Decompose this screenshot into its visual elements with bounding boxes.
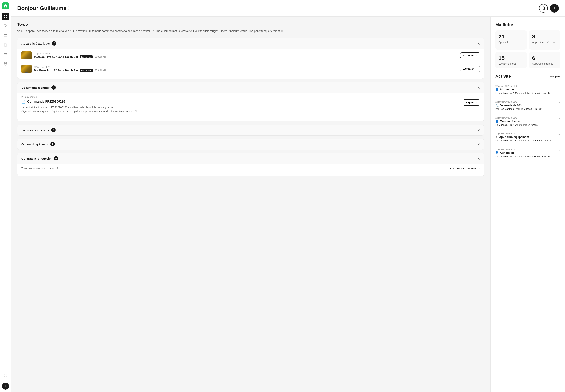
main-content: Bonjour Guillaume ! + To-do Voici un ape… — [11, 0, 565, 392]
device-name: MacBook Pro 13" Sans Touch Bar — [34, 55, 78, 58]
app-logo[interactable] — [2, 2, 9, 9]
activity-link-macbook-0[interactable]: Macbook Pro 13" — [499, 92, 517, 95]
device-date: 22 janvier 2022 — [34, 52, 458, 55]
fleet-stats-grid: 21 Appareil → 3 Appareils en réserve → 1… — [495, 30, 560, 68]
fleet-stat-externes[interactable]: 6 Appareils externes → — [529, 52, 561, 68]
activity-item-4[interactable]: 22 janvier 2022 à 11h27 👤 Attribution Le… — [495, 145, 560, 161]
doc-desc-line2: Signez-le vite afin que nos équipes puis… — [21, 110, 138, 113]
contracts-section-label: Contrats à renouveler — [21, 157, 52, 160]
activity-link-macbook-1[interactable]: Macbook Pro 13" — [523, 108, 542, 111]
fleet-stat-locations[interactable]: 15 Locations Fleet → — [495, 52, 527, 68]
activity-type-4: Attribution — [500, 151, 514, 154]
activity-date-2: 22 janvier 2022 à 11h27 — [495, 116, 556, 119]
devices-card: Appareils à attribuer 2 ∧ 22 janvier 202… — [17, 38, 484, 79]
device-thumbnail — [21, 65, 32, 73]
documents-card-body: 22 janvier 2022 📄 Commande FR220100126 L… — [17, 93, 484, 121]
device-status-badge: En service — [80, 55, 93, 58]
activity-header: Activité Voir plus — [495, 74, 560, 79]
activity-type-row-1: 🔧 Demande de SAV — [495, 104, 556, 107]
devices-card-header[interactable]: Appareils à attribuer 2 ∧ — [17, 38, 484, 49]
activity-arrow-1: → — [558, 101, 560, 104]
svg-rect-1 — [6, 15, 7, 16]
activity-link-flotte-3[interactable]: ajouter à votre flotte — [531, 139, 551, 142]
fleet-stat-appareil-number: 21 — [498, 34, 523, 40]
see-more-activity-button[interactable]: Voir plus — [550, 75, 560, 78]
activity-type-2: Mise en réserve — [500, 120, 521, 123]
doc-name: Commande FR220100126 — [27, 100, 65, 103]
documents-count-badge: 1 — [51, 85, 56, 90]
doc-date: 22 janvier 2022 — [21, 96, 480, 98]
deliveries-card: Livraisons en cours 7 ∨ — [17, 125, 484, 136]
device-info: 22 janvier 2022 MacBook Pro 13" Sans Tou… — [34, 52, 458, 58]
onboarding-card-header[interactable]: Onboarding à venir 1 ∨ — [17, 139, 484, 150]
contracts-chevron-icon: ∧ — [478, 156, 480, 160]
activity-item-0[interactable]: 22 janvier 2022 à 11h27 👤 Attribution Le… — [495, 82, 560, 98]
deliveries-section-label: Livraisons en cours — [21, 128, 49, 132]
documents-section-label: Documents à signer — [21, 86, 49, 89]
search-button[interactable] — [539, 4, 548, 13]
activity-content-3: 22 janvier 2022 à 11h27 🖥 Ajout d'un équ… — [495, 132, 556, 142]
deliveries-card-header[interactable]: Livraisons en cours 7 ∨ — [17, 125, 484, 135]
activity-desc-4: Le Macbook Pro 13" a été attribué à Emer… — [495, 155, 556, 158]
activity-link-macbook-3[interactable]: Le Macbook Pro 15" — [495, 139, 517, 142]
documents-card-header-left: Documents à signer 1 — [21, 85, 56, 90]
svg-point-6 — [4, 53, 6, 54]
sidebar-add-button[interactable]: + — [2, 383, 9, 390]
page-greeting: Bonjour Guillaume ! — [17, 5, 70, 11]
activity-item-3[interactable]: 22 janvier 2022 à 11h27 🖥 Ajout d'un équ… — [495, 129, 560, 145]
sidebar-item-settings[interactable] — [1, 372, 9, 379]
fleet-stat-reserve-label: Appareils en réserve → — [532, 41, 557, 46]
fleet-stat-externes-number: 6 — [532, 55, 557, 61]
todo-description: Voici un aperçu des tâches à faire et à … — [17, 29, 484, 33]
activity-link-user-4[interactable]: Emeric Fancelli — [534, 155, 550, 158]
contracts-card-header[interactable]: Contrats à renouveler 0 ∧ — [17, 153, 484, 164]
header-add-button[interactable]: + — [550, 4, 559, 13]
fleet-stat-locations-label: Locations Fleet → — [498, 62, 523, 65]
activity-link-reserve-2[interactable]: réserve — [531, 124, 538, 126]
device-name-row: MacBook Pro 13" Sans Touch Bar En servic… — [34, 55, 458, 58]
activity-link-user-0[interactable]: Emeric Fancelli — [534, 92, 550, 95]
see-all-contracts-button[interactable]: Voir tous mes contrats → — [449, 167, 480, 170]
device-thumbnail — [21, 51, 32, 59]
sidebar-item-devices[interactable] — [1, 22, 9, 30]
device-name-row: MacBook Pro 13" Sans Touch Bar En servic… — [34, 69, 458, 72]
activity-desc-3: Le Macbook Pro 15" a été mis en ajouter … — [495, 139, 556, 142]
activity-type-1: Demande de SAV — [500, 104, 522, 107]
document-icon: 📄 — [21, 99, 26, 104]
fleet-stat-externes-label: Appareils externes → — [532, 62, 557, 65]
fleet-stat-appareil[interactable]: 21 Appareil → — [495, 30, 527, 50]
fleet-stat-reserve-number: 3 — [532, 34, 557, 40]
activity-content-1: 22 janvier 2022 à 11h27 🔧 Demande de SAV… — [495, 101, 556, 111]
activity-item-2[interactable]: 22 janvier 2022 à 11h27 👤 Mise en réserv… — [495, 114, 560, 130]
activity-type-3: Ajout d'un équipement — [499, 135, 529, 139]
sidebar-item-globe[interactable] — [1, 60, 9, 68]
svg-point-10 — [542, 7, 545, 9]
activity-desc-2: Le Macbook Pro 15" a été mis en réserve — [495, 123, 556, 127]
device-serial: B53L89KH — [94, 69, 106, 72]
sidebar-item-users[interactable] — [1, 50, 9, 58]
activity-person-icon-0: 👤 — [495, 88, 499, 91]
devices-count-badge: 2 — [52, 41, 56, 45]
activity-arrow-3: → — [558, 133, 560, 136]
sidebar-item-documents[interactable] — [1, 41, 9, 49]
activity-item-1[interactable]: 22 janvier 2022 à 11h27 🔧 Demande de SAV… — [495, 98, 560, 114]
sign-button[interactable]: Signer → — [463, 99, 480, 106]
assign-button-2[interactable]: Attribuer → — [460, 66, 480, 72]
content-area: To-do Voici un aperçu des tâches à faire… — [11, 17, 565, 392]
activity-link-macbook-4[interactable]: Macbook Pro 13" — [499, 155, 517, 158]
onboarding-chevron-icon: ∨ — [478, 142, 480, 146]
activity-link-user-1[interactable]: Noé Martineau — [500, 108, 515, 111]
activity-content-0: 22 janvier 2022 à 11h27 👤 Attribution Le… — [495, 85, 556, 95]
activity-arrow-0: → — [558, 85, 560, 88]
activity-link-macbook-2[interactable]: Le Macbook Pro 15" — [495, 124, 517, 126]
sidebar-item-home[interactable] — [1, 13, 9, 20]
documents-card-header[interactable]: Documents à signer 1 ∧ — [17, 82, 484, 93]
activity-desc-0: Le Macbook Pro 13" a été attribué à Emer… — [495, 92, 556, 95]
document-item: 22 janvier 2022 📄 Commande FR220100126 L… — [21, 93, 480, 118]
activity-type-row-3: 🖥 Ajout d'un équipement — [495, 135, 556, 139]
activity-date-1: 22 janvier 2022 à 11h27 — [495, 101, 556, 103]
sidebar-item-orders[interactable] — [1, 31, 9, 39]
fleet-stat-reserve[interactable]: 3 Appareils en réserve → — [529, 30, 561, 50]
activity-arrow-2: → — [558, 117, 560, 120]
assign-button[interactable]: Attribuer → — [460, 52, 480, 58]
